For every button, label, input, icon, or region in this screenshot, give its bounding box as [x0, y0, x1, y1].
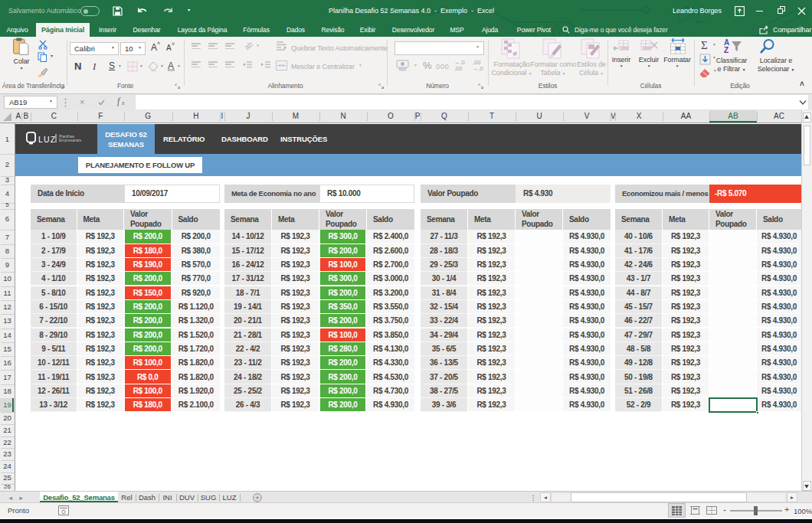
svg-text:≠: ≠: [512, 49, 517, 58]
